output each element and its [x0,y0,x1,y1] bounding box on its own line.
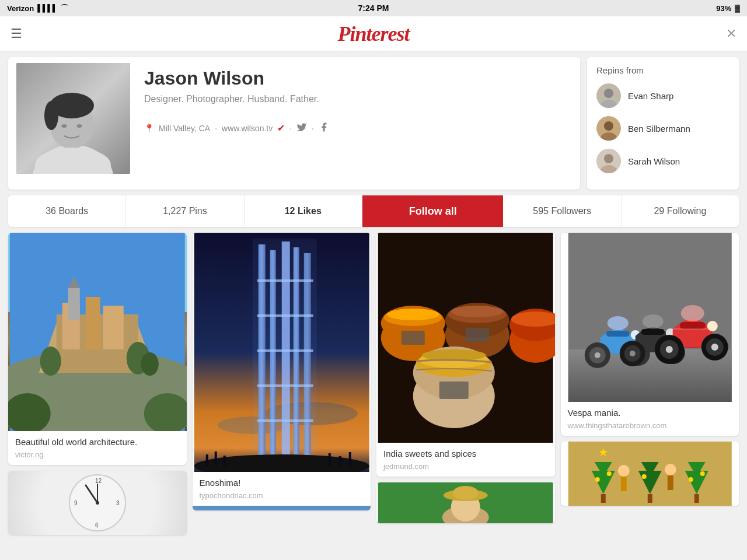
repin-avatar-evan [596,83,621,108]
scroll-strip [193,506,371,510]
repins-section: Repins from Evan Sharp Ben Silbermann Sa… [587,57,739,190]
app-title: Pinterest [338,22,410,46]
repin-item-ben[interactable]: Ben Silbermann [596,116,729,141]
svg-point-28 [40,346,61,376]
svg-rect-26 [68,288,80,320]
pin-card-vespa[interactable]: Vespa mania. www.thingsthatarebrown.com [561,233,739,436]
status-bar: Verizon ▌▌▌▌ ⌒ 7:24 PM 93% ▓ [0,0,747,16]
pins-tab[interactable]: 1,227 Pins [126,195,244,227]
svg-text:12: 12 [95,478,102,484]
svg-point-136 [641,474,646,479]
clock-svg: 12 3 6 9 [68,474,127,532]
svg-rect-81 [466,328,489,342]
followers-tab[interactable]: 595 Followers [503,195,621,227]
svg-point-90 [607,316,628,330]
svg-point-30 [141,352,159,376]
meta-dot: · [289,124,292,133]
christmas-svg [561,442,739,506]
svg-point-118 [711,344,718,351]
svg-rect-60 [338,456,341,466]
svg-point-137 [688,477,693,482]
profile-bio: Designer. Photographer. Husband. Father. [144,94,565,104]
profile-area: Jason Wilson Designer. Photographer. Hus… [0,51,747,195]
pin-image-clock: 12 3 6 9 [8,471,187,535]
pin-col-2: India sweets and spices jedmund.com [376,233,555,523]
avatar-svg [16,63,130,174]
repin-item-evan[interactable]: Evan Sharp [596,83,729,108]
pin-image-christmas [561,442,739,506]
status-left: Verizon ▌▌▌▌ ⌒ [7,3,68,13]
svg-rect-24 [86,297,100,349]
svg-text:3: 3 [116,500,120,506]
svg-rect-126 [647,494,652,503]
pin-source-vespa: www.thingsthatarebrown.com [568,421,732,430]
svg-rect-101 [641,329,664,335]
svg-rect-57 [214,452,217,466]
follow-all-button[interactable]: Follow all [362,195,504,227]
repin-avatar-sarah [596,149,621,173]
carrier-label: Verizon [7,4,34,13]
svg-text:6: 6 [95,522,99,528]
pin-image-tower [193,233,371,472]
svg-rect-122 [601,494,605,503]
repin-name-sarah: Sarah Wilson [628,156,680,166]
spices-svg [376,233,555,443]
pin-card-clock[interactable]: 12 3 6 9 [8,471,187,535]
website-link[interactable]: www.wilson.tv [222,124,273,133]
svg-point-17 [604,154,613,163]
battery-percent: 93% [716,4,731,13]
battery-icon: ▓ [735,4,740,12]
svg-rect-91 [606,331,629,337]
pin-source-spices: jedmund.com [383,462,548,471]
pin-image-vespa [561,233,739,402]
svg-rect-80 [402,331,425,345]
twitter-icon[interactable] [296,122,307,134]
boards-tab[interactable]: 36 Boards [8,195,126,227]
svg-point-11 [604,89,613,98]
svg-point-105 [629,351,635,356]
pin-image-spices [376,233,555,443]
facebook-icon[interactable] [319,122,329,134]
pin-title-tower: Enoshima! [200,478,364,488]
svg-rect-25 [103,306,124,349]
svg-point-135 [606,471,611,476]
svg-point-138 [700,471,704,476]
svg-rect-54 [252,239,316,472]
vespa-svg [561,233,739,402]
pin-card-christmas[interactable] [561,442,739,506]
svg-point-134 [595,477,599,482]
likes-tab[interactable]: 12 Likes [245,195,362,227]
profile-info: Jason Wilson Designer. Photographer. Hus… [137,63,572,184]
svg-point-115 [665,346,672,353]
svg-rect-129 [694,494,699,503]
svg-point-132 [664,464,676,475]
pin-info-vespa: Vespa mania. www.thingsthatarebrown.com [561,402,739,436]
repin-item-sarah[interactable]: Sarah Wilson [596,149,729,173]
pin-col-3: Vespa mania. www.thingsthatarebrown.com [561,233,739,506]
status-right: 93% ▓ [716,4,740,13]
wifi-icon: ⌒ [61,3,68,13]
repin-name-ben: Ben Silbermann [628,124,690,134]
svg-rect-56 [205,454,208,466]
stats-bar: 36 Boards 1,227 Pins 12 Likes Follow all… [8,195,739,227]
tower-svg [193,233,371,472]
repin-avatar-ben [596,116,621,141]
menu-icon[interactable]: ☰ [11,26,22,41]
following-tab[interactable]: 29 Following [622,195,739,227]
pin-image-architecture [8,233,187,431]
svg-point-66 [387,309,439,320]
pin-card-tower[interactable]: Enoshima! typochondriac.com [193,233,371,510]
close-button[interactable]: ✕ [726,26,736,41]
pin-card-person[interactable] [376,482,555,523]
svg-point-95 [594,352,600,358]
svg-rect-133 [667,475,673,490]
svg-point-112 [707,321,717,331]
svg-point-8 [76,124,82,128]
pin-info-architecture: Beautiful old world architecture. victor… [8,431,187,465]
location-icon: 📍 [144,124,154,133]
pin-card-architecture[interactable]: Beautiful old world architecture. victor… [8,233,187,465]
pin-card-spices[interactable]: India sweets and spices jedmund.com [376,233,555,477]
pin-info-spices: India sweets and spices jedmund.com [376,443,555,477]
pin-col-1: Enoshima! typochondriac.com [193,233,371,510]
location-text: Mill Valley, CA [159,124,210,133]
